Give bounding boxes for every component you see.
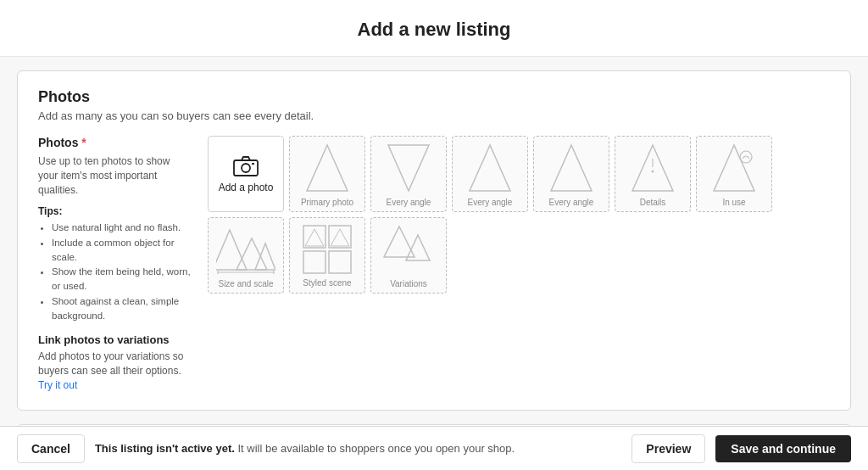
tip-item: Show the item being held, worn, or used. xyxy=(52,265,191,294)
svg-marker-6 xyxy=(551,145,592,191)
footer-status-bold: This listing isn't active yet. xyxy=(95,442,235,455)
page-header: Add a new listing xyxy=(0,0,868,57)
scale-shape xyxy=(216,223,275,276)
tips-title: Tips: xyxy=(38,205,191,217)
page-title: Add a new listing xyxy=(14,19,854,41)
svg-marker-12 xyxy=(216,230,247,270)
link-photos-title: Link photos to variations xyxy=(38,333,191,346)
photo-cell-inuse[interactable]: In use xyxy=(696,136,772,212)
photo-cell-primary[interactable]: Primary photo xyxy=(289,136,365,212)
camera-icon xyxy=(233,154,259,176)
photo-cell-details[interactable]: Details xyxy=(615,136,691,212)
add-photo-label: Add a photo xyxy=(219,182,274,193)
svg-point-11 xyxy=(740,151,752,163)
photos-grid-area: Add a photo Primary photo xyxy=(208,136,830,393)
photo-cell-variations[interactable]: Variations xyxy=(370,217,447,294)
page-content: Photos Add as many as you can so buyers … xyxy=(0,57,868,470)
variations-shape xyxy=(382,223,435,276)
svg-marker-13 xyxy=(236,238,267,270)
photos-label: Photos * xyxy=(38,136,191,149)
svg-marker-23 xyxy=(331,229,349,246)
photo-cell-scale[interactable]: Size and scale xyxy=(208,217,284,294)
footer-status: This listing isn't active yet. It will b… xyxy=(95,442,621,455)
inuse-label: In use xyxy=(722,198,745,207)
svg-marker-7 xyxy=(632,145,673,191)
footer-status-text: It will be available to shoppers once yo… xyxy=(237,442,515,455)
save-continue-button[interactable]: Save and continue xyxy=(715,435,851,462)
photo-grid: Add a photo Primary photo xyxy=(208,136,830,294)
inuse-shape xyxy=(712,142,756,194)
preview-button[interactable]: Preview xyxy=(632,434,705,463)
footer-bar: Cancel This listing isn't active yet. It… xyxy=(0,426,868,470)
svg-marker-3 xyxy=(307,145,348,191)
photos-section: Photos Add as many as you can so buyers … xyxy=(17,70,851,411)
svg-marker-4 xyxy=(388,145,429,191)
link-photos-desc: Add photos to your variations so buyers … xyxy=(38,350,191,392)
angle2-label: Every angle xyxy=(468,198,513,207)
details-shape xyxy=(631,142,675,194)
cancel-button[interactable]: Cancel xyxy=(17,434,85,463)
primary-photo-label: Primary photo xyxy=(301,198,353,207)
tips-list: Use natural light and no flash. Include … xyxy=(38,221,191,323)
photo-cell-angle1[interactable]: Every angle xyxy=(370,136,447,212)
angle1-label: Every angle xyxy=(387,198,431,207)
photos-section-subtitle: Add as many as you can so buyers can see… xyxy=(38,109,830,122)
svg-rect-2 xyxy=(252,163,254,165)
svg-rect-0 xyxy=(234,160,258,176)
angle1-shape xyxy=(387,142,431,194)
scale-label: Size and scale xyxy=(218,279,273,288)
scene-label: Styled scene xyxy=(303,278,351,288)
svg-rect-21 xyxy=(329,251,351,273)
photos-sidebar: Photos * Use up to ten photos to show yo… xyxy=(38,136,191,393)
photo-cell-angle3[interactable]: Every angle xyxy=(533,136,609,212)
svg-point-9 xyxy=(652,170,654,172)
svg-rect-20 xyxy=(303,251,326,273)
angle3-label: Every angle xyxy=(549,198,594,207)
add-photo-button[interactable]: Add a photo xyxy=(208,136,284,212)
primary-photo-shape xyxy=(305,142,349,194)
tip-item: Shoot against a clean, simple background… xyxy=(52,294,191,324)
scene-shape xyxy=(302,224,353,275)
photos-description: Use up to ten photos to show your item's… xyxy=(38,154,191,197)
photos-layout: Photos * Use up to ten photos to show yo… xyxy=(38,136,830,393)
variations-label: Variations xyxy=(390,279,427,288)
photos-section-title: Photos xyxy=(38,88,830,106)
angle3-shape xyxy=(549,142,593,194)
svg-marker-5 xyxy=(470,145,510,191)
svg-point-1 xyxy=(242,164,250,172)
svg-marker-22 xyxy=(305,229,324,246)
details-label: Details xyxy=(640,198,666,207)
try-it-out-link[interactable]: Try it out xyxy=(38,379,77,391)
photo-cell-scene[interactable]: Styled scene xyxy=(289,217,365,294)
photo-cell-angle2[interactable]: Every angle xyxy=(452,136,528,212)
tip-item: Use natural light and no flash. xyxy=(52,221,191,235)
angle2-shape xyxy=(468,142,512,194)
tip-item: Include a common object for scale. xyxy=(52,236,191,266)
